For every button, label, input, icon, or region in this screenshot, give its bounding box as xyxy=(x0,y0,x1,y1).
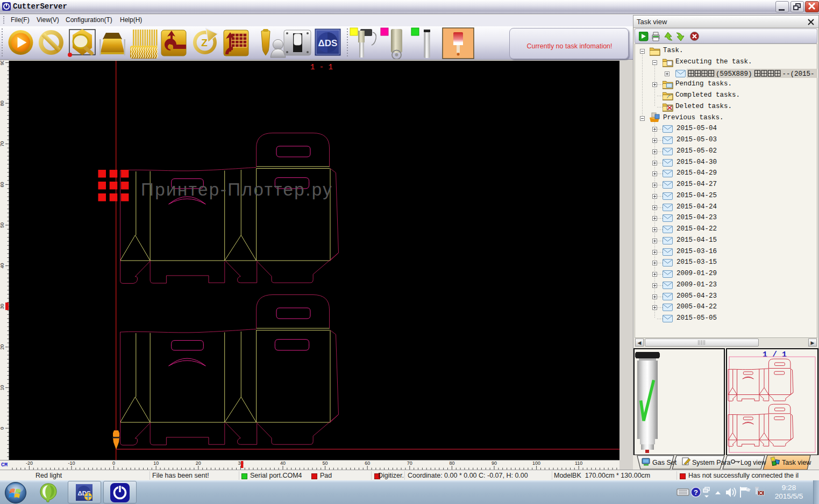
svg-text:-10: -10 xyxy=(68,460,75,466)
svg-text:--(2015-: --(2015- xyxy=(782,70,815,77)
svg-text:110: 110 xyxy=(575,460,582,466)
svg-text:0: 0 xyxy=(112,460,115,466)
svg-text:20: 20 xyxy=(0,344,5,350)
svg-text:70: 70 xyxy=(0,141,5,147)
svg-text:40: 40 xyxy=(280,460,286,466)
svg-text:CM: CM xyxy=(1,462,8,468)
svg-text:ΔDS: ΔDS xyxy=(318,38,338,48)
svg-text:Log view: Log view xyxy=(740,459,766,466)
svg-text:1 - 1: 1 - 1 xyxy=(310,63,333,71)
svg-text:80: 80 xyxy=(449,460,454,466)
svg-text:Принтер-Плоттер.ру: Принтер-Плоттер.ру xyxy=(141,179,333,199)
svg-text:100: 100 xyxy=(532,460,540,466)
svg-text:30: 30 xyxy=(0,304,5,309)
svg-text:-20: -20 xyxy=(26,460,33,466)
svg-text:Gas Set: Gas Set xyxy=(652,459,677,466)
svg-text:60: 60 xyxy=(365,460,370,466)
svg-text:10: 10 xyxy=(153,460,159,466)
svg-text:90: 90 xyxy=(492,460,497,466)
svg-text:60: 60 xyxy=(0,182,5,187)
svg-text:90: 90 xyxy=(0,61,5,66)
svg-text:40: 40 xyxy=(0,263,5,269)
svg-text:1 / 1: 1 / 1 xyxy=(763,350,787,359)
svg-text:0: 0 xyxy=(0,427,5,429)
svg-text:50: 50 xyxy=(0,222,5,228)
svg-text:70: 70 xyxy=(407,460,412,466)
svg-text:50: 50 xyxy=(323,460,328,466)
svg-text:System Para: System Para xyxy=(692,459,731,466)
svg-text:(595X889): (595X889) xyxy=(716,70,752,77)
svg-text:Z: Z xyxy=(201,37,208,48)
svg-text:20: 20 xyxy=(196,460,201,466)
svg-text:?: ? xyxy=(694,488,698,496)
svg-text:80: 80 xyxy=(0,100,5,106)
svg-text:Task view: Task view xyxy=(782,459,811,466)
svg-text:10: 10 xyxy=(0,385,5,390)
